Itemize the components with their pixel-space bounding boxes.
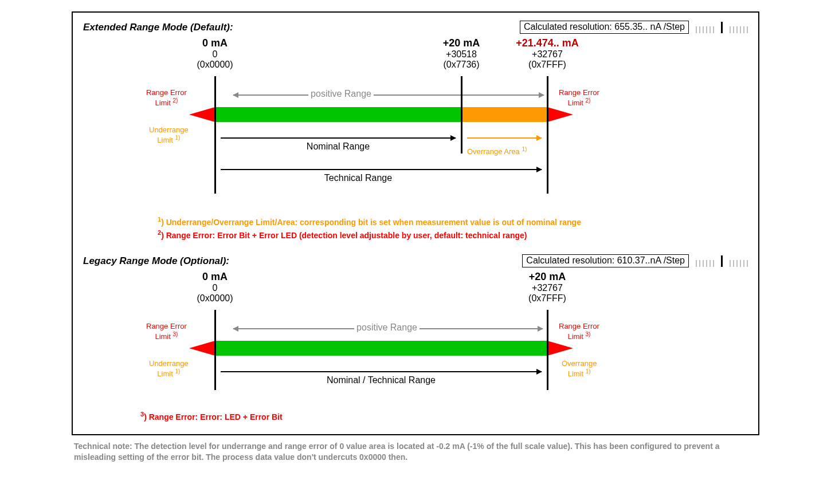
- ext-right-red-triangle: [547, 107, 573, 122]
- ext-p2-ma: +21.474.. mA: [507, 37, 587, 49]
- leg-left-red-triangle: [189, 341, 215, 356]
- leg-col-0: 0 mA 0 (0x0000): [175, 271, 255, 304]
- leg-green-bar: [215, 341, 547, 356]
- ext-p1-ma: +20 mA: [421, 37, 501, 49]
- ext-diagram: 0 mA 0 (0x0000) +20 mA +30518 (0x7736) +…: [83, 37, 748, 209]
- leg-nominal-arrow: [221, 371, 542, 372]
- leg-vline-0: [214, 310, 216, 390]
- ext-vline-21: [547, 76, 548, 194]
- leg-footnote-3: 3) Range Error: Error: LED + Error Bit: [140, 411, 748, 422]
- leg-resolution-box: Calculated resolution: 610.37..nA /Step: [522, 254, 689, 267]
- ext-p2-hex: (0x7FFF): [507, 60, 587, 70]
- technical-note: Technical note: The detection level for …: [74, 441, 757, 463]
- ext-resolution-box: Calculated resolution: 655.35.. nA /Step: [520, 21, 689, 34]
- ext-positive-range-label: positive Range: [308, 89, 374, 99]
- ext-positive-range-arrow: [233, 94, 544, 96]
- ext-scale-icon: [693, 22, 748, 33]
- ext-underrange-left: Underrange Limit 1): [149, 126, 189, 145]
- leg-p1-dec: +32767: [507, 283, 587, 293]
- ext-overrange-label: Overrange Area 1): [467, 146, 527, 156]
- ext-p0-dec: 0: [175, 49, 255, 60]
- leg-p0-hex: (0x0000): [175, 293, 255, 304]
- diagram-frame: Extended Range Mode (Default): Calculate…: [72, 11, 759, 435]
- ext-left-red-triangle: [189, 107, 215, 122]
- leg-positive-range-label: positive Range: [354, 322, 420, 333]
- ext-col-0: 0 mA 0 (0x0000): [175, 37, 255, 70]
- leg-diagram: 0 mA 0 (0x0000) +20 mA +32767 (0x7FFF) p…: [83, 271, 748, 403]
- ext-vline-0: [214, 76, 216, 194]
- leg-p0-ma: 0 mA: [175, 271, 255, 283]
- legacy-mode-block: Legacy Range Mode (Optional): Calculated…: [83, 254, 748, 422]
- leg-p1-ma: +20 mA: [507, 271, 587, 283]
- ext-technical-arrow: [221, 169, 542, 170]
- leg-nominal-label: Nominal / Technical Range: [324, 375, 438, 385]
- ext-green-bar: [215, 107, 461, 122]
- leg-range-error-right: Range Error Limit 3): [559, 322, 599, 341]
- ext-col-20: +20 mA +30518 (0x7736): [421, 37, 501, 70]
- ext-vline-20: [461, 76, 462, 153]
- leg-title: Legacy Range Mode (Optional):: [83, 255, 229, 267]
- ext-footnote-1: 1) Underrange/Overrange Limit/Area: corr…: [158, 216, 748, 227]
- ext-title: Extended Range Mode (Default):: [83, 22, 233, 33]
- leg-underrange-left: Underrange Limit 1): [149, 360, 189, 379]
- ext-p0-ma: 0 mA: [175, 37, 255, 49]
- extended-mode-block: Extended Range Mode (Default): Calculate…: [83, 21, 748, 239]
- ext-nominal-arrow: [221, 137, 456, 139]
- ext-range-error-left: Range Error Limit 2): [146, 89, 187, 108]
- leg-overrange-right: Overrange Limit 1): [562, 360, 597, 379]
- leg-scale-icon: [693, 255, 748, 267]
- leg-col-20: +20 mA +32767 (0x7FFF): [507, 271, 587, 304]
- ext-p1-dec: +30518: [421, 49, 501, 60]
- leg-p1-hex: (0x7FFF): [507, 293, 587, 304]
- ext-p2-dec: +32767: [507, 49, 587, 60]
- ext-footnote-2: 2) Range Error: Error Bit + Error LED (d…: [158, 229, 748, 240]
- ext-orange-bar: [461, 107, 547, 122]
- ext-overrange-arrow: [467, 137, 542, 139]
- ext-range-error-right: Range Error Limit 2): [559, 89, 599, 108]
- ext-col-21: +21.474.. mA +32767 (0x7FFF): [507, 37, 587, 70]
- leg-vline-20: [547, 310, 548, 390]
- ext-nominal-label: Nominal Range: [304, 141, 372, 152]
- leg-range-error-left: Range Error Limit 3): [146, 322, 187, 341]
- ext-p0-hex: (0x0000): [175, 60, 255, 70]
- ext-p1-hex: (0x7736): [421, 60, 501, 70]
- leg-right-red-triangle: [547, 341, 573, 356]
- ext-technical-label: Technical Range: [322, 173, 394, 183]
- leg-p0-dec: 0: [175, 283, 255, 293]
